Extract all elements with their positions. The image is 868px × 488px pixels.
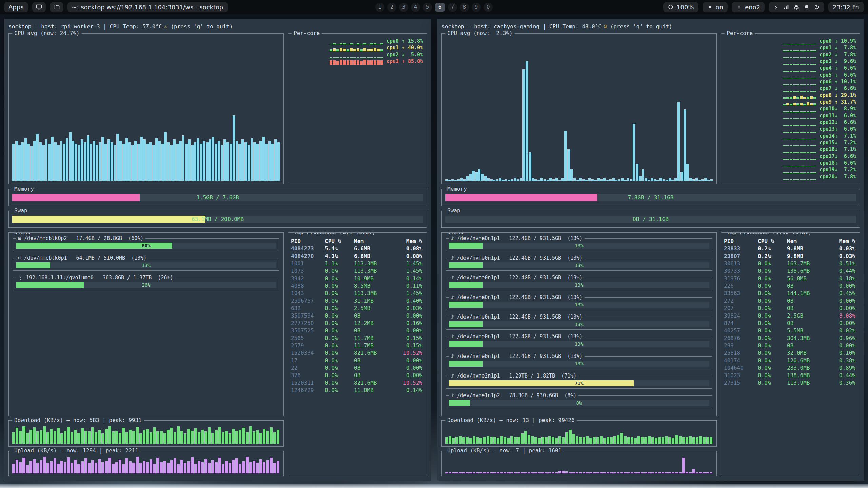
signal-bars-icon[interactable] [783,4,789,10]
terminal-window-rpi-worker-3[interactable]: socktop — host: rpi-worker-3 | CPU Temp:… [4,19,431,481]
chart-bar [182,135,185,181]
core-row: cpu12↓ 6.6% [725,119,856,126]
chart-bar [493,472,496,473]
disk-gauge: 13% [449,321,709,327]
main-row: Disks ⊟ /dev/mmcblk0p2 17.4GB / 28.8GB (… [8,232,427,476]
flash-icon[interactable] [773,4,779,10]
core-sparkline [725,107,816,112]
chart-bar [710,437,712,444]
chart-bar [12,464,15,473]
process-mem: 56.8MB [787,275,832,282]
network-indicator[interactable]: eno2 [732,2,765,12]
disk-label: ⊟ /dev/mmcblk0p1 64.1MB / 510.0MB (13%) [16,255,149,261]
core-row: cpu17↓ 6.6% [725,153,856,160]
spark-bar [357,48,359,51]
swap-title: Swap [12,207,29,215]
chart-bar [463,179,466,181]
chart-bar [487,472,489,473]
chart-bar [64,462,66,473]
spark-bar [793,103,796,105]
terminal-launcher-button[interactable] [32,2,46,12]
chart-bar [672,438,674,444]
disk-entry: ♪ /dev/nvme0n1p1 122.4GB / 931.5GB (13%)… [446,297,712,310]
process-pid: 22 [291,364,325,372]
process-mem-pct: 0.00% [832,297,857,305]
chart-bar [583,472,585,473]
core-label: cpu3 ↓ 9.6% [820,58,856,65]
chart-bar [572,472,575,473]
workspace-button-0[interactable]: 0 [484,3,493,12]
chart-bar [455,437,458,444]
disk-label: ♪ /dev/nvme0n1p1 122.4GB / 931.5GB (13%) [449,313,585,320]
download-chart [12,425,280,444]
workspace-button-4[interactable]: 4 [411,3,420,12]
process-row: 10011.1%113.3MB1.45% [291,260,424,267]
disk-gauge-label: 13% [449,361,709,367]
chart-bar [579,178,582,181]
process-cpu: 0.0% [758,312,787,320]
chart-bar [589,438,592,444]
core-sparkline [725,86,816,92]
chart-bar [684,109,686,181]
chart-bar [497,472,499,473]
process-row: 35075250.0%0B0.00% [291,327,424,334]
apps-button[interactable]: Apps [4,2,28,12]
process-mem-pct: 0.00% [399,312,424,320]
chart-bar [170,460,173,473]
spark-bar [353,49,356,51]
spark-bar [340,60,342,65]
chart-bar [510,436,513,444]
chart-bar [534,472,537,473]
focused-window-title[interactable]: ~: socktop ws://192.168.1.104:3031/ws - … [67,2,228,12]
core-label: cpu16↓ 7.1% [820,146,856,153]
chart-bar [637,472,640,473]
process-column-header: Mem % [399,238,424,245]
process-row: 273150.0%113.9MB0.36% [724,379,857,387]
chart-bar [651,437,654,444]
clock[interactable]: 23:32 Fri [828,2,864,12]
process-mem-pct: 1.45% [399,290,424,297]
power-icon[interactable] [814,4,820,10]
workspace-button-2[interactable]: 2 [387,3,396,12]
layers-icon[interactable] [793,4,800,10]
chart-bar [215,462,217,473]
workspace-button-5[interactable]: 5 [423,3,432,12]
spark-bar [807,179,809,180]
process-mem: 2.5GB [787,312,832,320]
battery-indicator[interactable]: 100% [663,2,698,12]
process-cpu: 0.0% [758,334,787,342]
bluetooth-indicator[interactable]: on [703,2,728,12]
process-cpu: 0.0% [758,364,787,372]
workspace-button-3[interactable]: 3 [399,3,408,12]
disk-label: ⋮ 192.168.1.11:/gvolume0 363.8GB / 1.37T… [16,274,175,281]
process-cpu: 0.0% [325,290,354,297]
chart-bar [30,146,33,181]
chart-bar [600,179,603,181]
terminal-window-cachyos-gaming[interactable]: socktop — host: cachyos-gaming | CPU Tem… [437,19,864,481]
chart-bar [596,437,599,444]
files-launcher-button[interactable] [50,2,63,12]
workspace-button-6[interactable]: 6 [435,3,445,12]
process-mem: 138.6MB [787,372,832,379]
process-cpu: 1.1% [325,260,354,267]
process-pid: 226 [724,282,758,290]
workspace-button-1[interactable]: 1 [375,3,384,12]
chart-bar [140,137,143,181]
chart-bar [81,139,83,181]
disk-gauge-label: 13% [449,321,709,327]
processes-panel: Top Processes (671 total) PIDCPU %MemMem… [288,232,427,476]
chart-bar [710,472,712,473]
workspace-button-9[interactable]: 9 [472,3,481,12]
chart-bar [596,472,599,473]
workspace-button-7[interactable]: 7 [448,3,457,12]
core-row: cpu14↓ 7.1% [725,133,856,139]
process-cpu: 0.0% [758,320,787,327]
chart-bar [239,430,241,444]
chart-bar [125,138,128,181]
chart-bar [174,432,176,444]
process-pid: 4084270 [291,252,325,260]
workspace-button-8[interactable]: 8 [460,3,469,12]
chart-bar [143,461,145,473]
chart-bar [191,145,194,181]
bell-icon[interactable] [804,4,810,10]
